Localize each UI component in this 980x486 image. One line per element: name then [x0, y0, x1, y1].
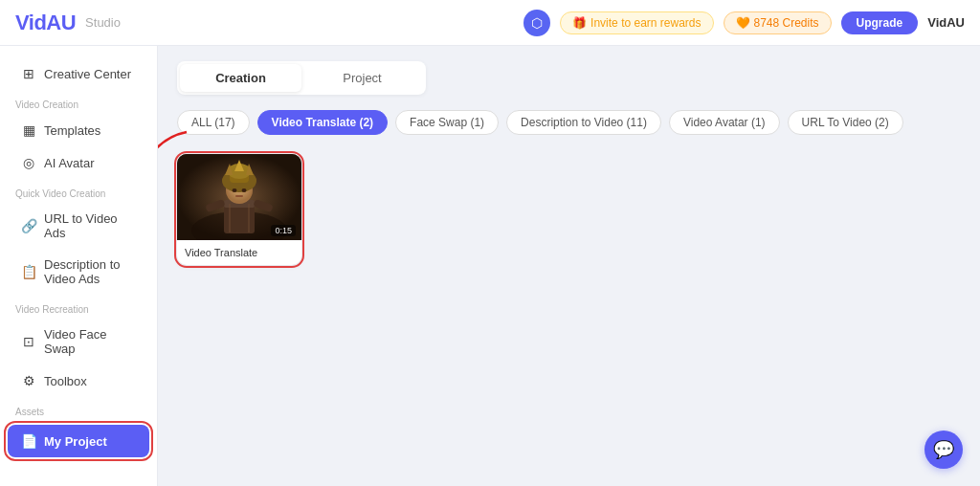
- main-layout: ⊞ Creative Center Video Creation ▦ Templ…: [0, 46, 980, 486]
- chat-button[interactable]: 💬: [924, 431, 963, 469]
- filter-video-avatar[interactable]: Video Avatar (1): [669, 110, 780, 135]
- section-quick-video: Quick Video Creation: [0, 179, 157, 203]
- filter-url-to-video[interactable]: URL To Video (2): [788, 110, 903, 135]
- sidebar: ⊞ Creative Center Video Creation ▦ Templ…: [0, 46, 158, 486]
- svg-point-14: [242, 188, 247, 192]
- url-to-video-icon: 🔗: [21, 218, 36, 233]
- logo-area: VidAU Studio: [15, 11, 121, 35]
- creative-center-icon: ⊞: [21, 66, 36, 81]
- face-swap-icon: ⊡: [21, 334, 36, 349]
- sidebar-item-toolbox[interactable]: ⚙ Toolbox: [6, 365, 151, 396]
- sidebar-item-creative-center[interactable]: ⊞ Creative Center: [6, 58, 151, 89]
- filter-row: ALL (17) Video Translate (2) Face Swap (…: [177, 110, 961, 135]
- section-assets: Assets: [0, 397, 157, 421]
- sidebar-item-face-swap[interactable]: ⊡ Video Face Swap: [6, 320, 151, 364]
- toolbox-icon: ⚙: [21, 373, 36, 388]
- video-grid: 0:15 Video Translate: [177, 154, 961, 265]
- main-tab-row: Creation Project: [177, 61, 426, 95]
- logo-studio: Studio: [85, 15, 121, 30]
- sidebar-item-ai-avatar[interactable]: ◎ AI Avatar: [6, 147, 151, 178]
- svg-rect-15: [235, 195, 243, 197]
- topbar: VidAU Studio ⬡ 🎁 Invite to earn rewards …: [0, 0, 980, 46]
- templates-icon: ▦: [21, 122, 36, 138]
- tab-creation[interactable]: Creation: [180, 64, 301, 92]
- content-area: Creation Project ALL (17) Video Translat…: [158, 46, 980, 486]
- desc-to-video-icon: 📋: [21, 264, 36, 279]
- svg-point-13: [233, 188, 237, 192]
- filter-face-swap[interactable]: Face Swap (1): [395, 110, 499, 135]
- discord-button[interactable]: ⬡: [523, 10, 550, 36]
- tab-project[interactable]: Project: [301, 64, 423, 92]
- user-label: VidAU: [927, 15, 965, 30]
- heart-icon: 🧡: [736, 16, 750, 30]
- credits-badge: 🧡 8748 Credits: [724, 11, 832, 34]
- video-card-translate[interactable]: 0:15 Video Translate: [177, 154, 301, 265]
- ai-avatar-icon: ◎: [21, 155, 36, 170]
- sidebar-item-my-project[interactable]: 📄 My Project: [8, 425, 149, 457]
- video-thumbnail: 0:15: [177, 154, 301, 240]
- gift-icon: 🎁: [572, 16, 587, 30]
- upgrade-button[interactable]: Upgrade: [841, 11, 919, 34]
- topbar-right: ⬡ 🎁 Invite to earn rewards 🧡 8748 Credit…: [523, 10, 965, 36]
- chat-icon: 💬: [933, 439, 954, 460]
- video-card-label: Video Translate: [177, 240, 301, 265]
- section-video-creation: Video Creation: [0, 90, 157, 114]
- filter-all[interactable]: ALL (17): [177, 110, 250, 135]
- my-project-icon: 📄: [21, 433, 36, 449]
- discord-icon: ⬡: [531, 15, 543, 31]
- filter-video-translate[interactable]: Video Translate (2): [257, 110, 388, 135]
- video-duration: 0:15: [271, 225, 296, 236]
- sidebar-item-templates[interactable]: ▦ Templates: [6, 115, 151, 145]
- filter-desc-to-video[interactable]: Description to Video (11): [506, 110, 661, 135]
- section-video-recreation: Video Recreation: [0, 295, 157, 319]
- sidebar-item-url-to-video[interactable]: 🔗 URL to Video Ads: [6, 204, 151, 248]
- logo-vidau: VidAU: [15, 11, 76, 35]
- sidebar-item-desc-to-video[interactable]: 📋 Description to Video Ads: [6, 250, 151, 294]
- invite-button[interactable]: 🎁 Invite to earn rewards: [560, 11, 713, 34]
